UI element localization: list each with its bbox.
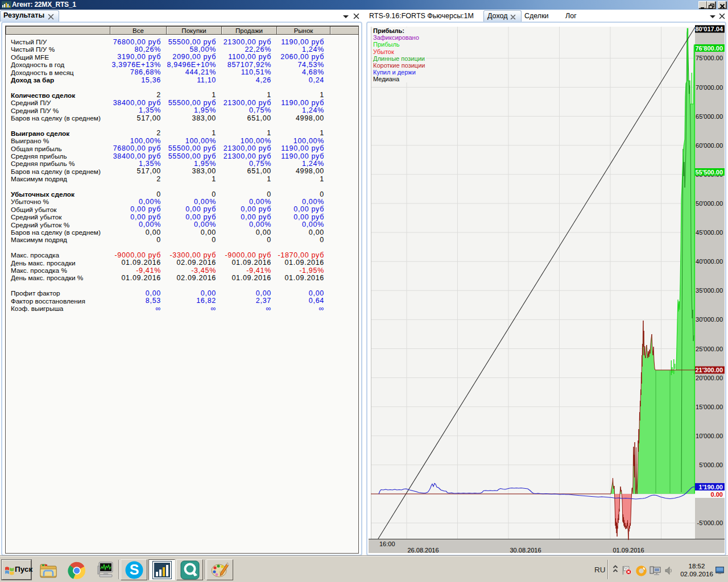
svg-text:70'000.00: 70'000.00 [696, 84, 723, 91]
svg-text:Зафиксировано: Зафиксировано [373, 34, 419, 41]
svg-text:60'000.00: 60'000.00 [696, 142, 723, 149]
svg-text:Прибыль: Прибыль [373, 41, 400, 48]
svg-text:45'000.00: 45'000.00 [696, 229, 723, 236]
svg-text:Короткие позиции: Короткие позиции [373, 62, 425, 69]
svg-text:75'000.00: 75'000.00 [696, 55, 723, 61]
svg-text:20'000.00: 20'000.00 [696, 375, 723, 381]
svg-text:01.09.2016: 01.09.2016 [613, 547, 644, 554]
svg-text:35'000.00: 35'000.00 [696, 287, 723, 294]
svg-text:10'000.00: 10'000.00 [696, 433, 723, 439]
svg-text:21'300.00: 21'300.00 [696, 367, 723, 373]
svg-text:-5'000.00: -5'000.00 [697, 519, 723, 526]
svg-text:80'017.04: 80'017.04 [696, 26, 723, 32]
svg-text:26.08.2016: 26.08.2016 [407, 547, 439, 554]
svg-text:40'000.00: 40'000.00 [696, 258, 723, 265]
svg-text:25'000.00: 25'000.00 [696, 346, 723, 352]
svg-text:76'800.00: 76'800.00 [696, 45, 723, 52]
svg-text:30'000.00: 30'000.00 [696, 316, 723, 323]
svg-text:Прибыль:: Прибыль: [373, 27, 404, 34]
svg-text:50'000.00: 50'000.00 [696, 200, 723, 207]
svg-text:S: S [130, 562, 139, 577]
svg-text:0.00: 0.00 [711, 491, 723, 498]
svg-text:Убыток: Убыток [373, 48, 394, 55]
svg-text:1'190.00: 1'190.00 [699, 484, 723, 490]
svg-text:5'000.00: 5'000.00 [699, 462, 723, 468]
svg-text:15'000.00: 15'000.00 [696, 404, 723, 410]
svg-text:Купил и держи: Купил и держи [373, 69, 416, 76]
svg-text:Медиана: Медиана [373, 76, 400, 82]
svg-text:65'000.00: 65'000.00 [696, 113, 723, 120]
svg-text:Длинные позиции: Длинные позиции [373, 55, 425, 62]
svg-text:55'500.00: 55'500.00 [696, 169, 723, 176]
svg-text:16:00: 16:00 [379, 541, 395, 547]
svg-text:30.08.2016: 30.08.2016 [510, 547, 541, 554]
